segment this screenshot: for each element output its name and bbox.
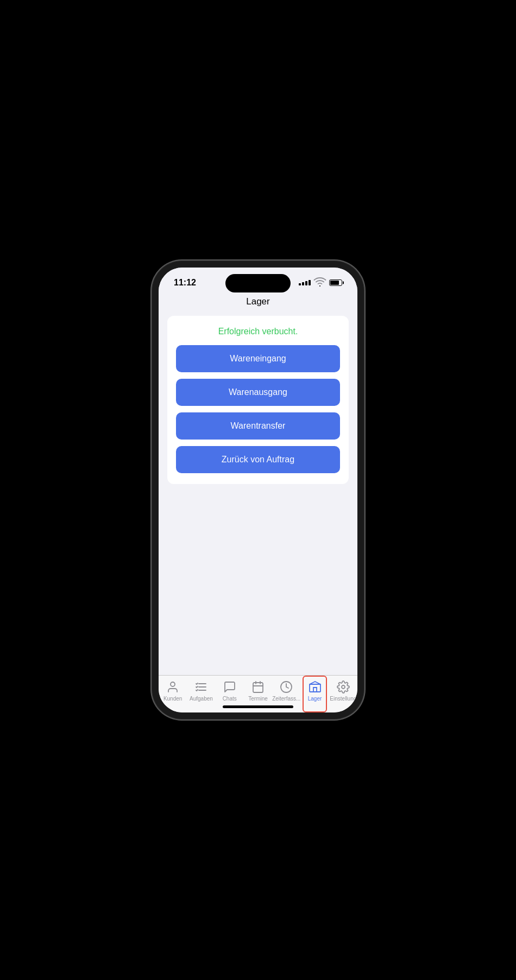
tab-einstellung[interactable]: Einstellung bbox=[329, 680, 357, 702]
tab-kunden[interactable]: Kunden bbox=[159, 680, 187, 702]
svg-rect-5 bbox=[253, 683, 263, 692]
battery-icon bbox=[329, 279, 342, 286]
zurueck-von-auftrag-button[interactable]: Zurück von Auftrag bbox=[176, 446, 340, 473]
phone-screen: 11:12 bbox=[159, 268, 357, 712]
battery-fill bbox=[330, 281, 339, 285]
status-time: 11:12 bbox=[174, 278, 196, 288]
svg-rect-10 bbox=[310, 684, 320, 692]
clock-icon bbox=[279, 680, 293, 694]
svg-point-0 bbox=[319, 285, 320, 287]
phone-frame: 11:12 bbox=[152, 261, 364, 719]
svg-point-1 bbox=[171, 682, 175, 686]
status-icons bbox=[299, 275, 342, 290]
dynamic-island bbox=[225, 274, 291, 292]
signal-dots bbox=[299, 280, 311, 285]
tab-lager[interactable]: Lager bbox=[300, 680, 329, 702]
signal-dot-1 bbox=[299, 283, 301, 285]
main-content: Erfolgreich verbucht. Wareneingang Waren… bbox=[159, 309, 357, 675]
content-card: Erfolgreich verbucht. Wareneingang Waren… bbox=[167, 316, 349, 484]
tab-einstellung-label: Einstellung bbox=[330, 696, 356, 702]
signal-dot-2 bbox=[302, 282, 304, 285]
tab-zeiterfass-label: Zeiterfass... bbox=[272, 696, 300, 702]
tab-chats[interactable]: Chats bbox=[216, 680, 244, 702]
tab-kunden-label: Kunden bbox=[163, 696, 182, 702]
person-icon bbox=[166, 680, 180, 694]
nav-title: Lager bbox=[246, 296, 269, 307]
list-icon bbox=[194, 680, 208, 694]
success-message: Erfolgreich verbucht. bbox=[176, 327, 340, 336]
tab-termine[interactable]: Termine bbox=[244, 680, 272, 702]
tab-aufgaben[interactable]: Aufgaben bbox=[187, 680, 215, 702]
wareneingang-button[interactable]: Wareneingang bbox=[176, 345, 340, 372]
calendar-icon bbox=[251, 680, 265, 694]
signal-dot-4 bbox=[309, 280, 311, 285]
tab-lager-label: Lager bbox=[308, 696, 322, 702]
settings-icon bbox=[336, 680, 350, 694]
tab-zeiterfass[interactable]: Zeiterfass... bbox=[272, 680, 300, 702]
tab-chats-label: Chats bbox=[223, 696, 237, 702]
chat-icon bbox=[223, 680, 237, 694]
tab-termine-label: Termine bbox=[248, 696, 268, 702]
tab-aufgaben-label: Aufgaben bbox=[190, 696, 213, 702]
warehouse-icon bbox=[308, 680, 322, 694]
svg-point-14 bbox=[342, 685, 345, 689]
wifi-icon bbox=[313, 275, 326, 290]
signal-dot-3 bbox=[305, 281, 307, 285]
warenausgang-button[interactable]: Warenausgang bbox=[176, 379, 340, 406]
warentransfer-button[interactable]: Warentransfer bbox=[176, 412, 340, 440]
nav-bar: Lager bbox=[159, 292, 357, 309]
home-indicator bbox=[223, 705, 293, 708]
